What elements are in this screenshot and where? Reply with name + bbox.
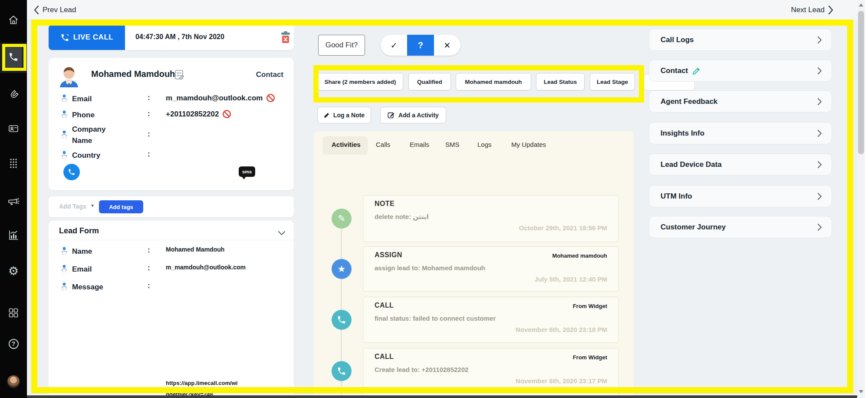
window-bottom-border: [27, 395, 868, 398]
call-phone-icon: [332, 310, 352, 330]
top-bar: Prev Lead Next Lead: [27, 0, 857, 20]
message-url-line1[interactable]: https://app.limecall.com/wi: [166, 380, 237, 386]
tab-logs[interactable]: Logs: [477, 141, 492, 148]
prev-lead-label: Prev Lead: [43, 6, 76, 14]
question-icon: ?: [418, 40, 423, 50]
chevron-right-icon: [817, 67, 822, 76]
timeline-entry-note[interactable]: NOTE delete note: ابتثن October 29th, 20…: [363, 195, 619, 242]
page-scrollbar[interactable]: [857, 0, 865, 398]
live-call-badge: LIVE CALL: [49, 25, 125, 50]
panel-call-logs[interactable]: Call Logs: [649, 29, 832, 51]
timeline-entry-call-1[interactable]: CALL From Widget final status: failed to…: [363, 297, 619, 343]
contacts-card-icon[interactable]: [0, 120, 27, 137]
integrations-apps-icon[interactable]: [0, 304, 27, 322]
person-pin-icon: [61, 246, 68, 255]
activity-timeline-panel: Activities Calls Emails SMS Logs My Upda…: [314, 131, 634, 398]
help-icon[interactable]: ?: [0, 335, 27, 352]
timeline-entry-call-2[interactable]: CALL From Widget Create lead to: +201102…: [363, 348, 619, 398]
lead-status-button[interactable]: Lead Status: [536, 73, 585, 90]
chevron-left-icon: [34, 5, 39, 15]
magnet-icon[interactable]: [0, 86, 27, 104]
contact-avatar: [56, 65, 82, 89]
live-call-card: LIVE CALL 04:47:30 AM , 7th Nov 2020: [49, 25, 294, 50]
contact-summary-card: Mohamed Mamdouh Contact Email : m_mamdou…: [49, 58, 294, 190]
chevron-right-icon: [817, 98, 822, 107]
caret-down-icon[interactable]: ▾: [91, 202, 94, 209]
lead-form-card: Lead Form Name : Mohamed Mamdouh Email :…: [49, 221, 294, 395]
chevron-right-icon: [817, 129, 822, 139]
dialpad-icon[interactable]: [0, 155, 27, 172]
add-tags-dropdown[interactable]: Add Tags: [59, 203, 86, 210]
tab-activities[interactable]: Activities: [332, 141, 361, 148]
chevron-right-icon: [828, 5, 833, 15]
panel-customer-journey[interactable]: Customer Journey: [649, 216, 832, 238]
next-lead-button[interactable]: Next Lead: [791, 0, 834, 20]
contact-name: Mohamed Mamdouh: [91, 69, 175, 79]
share-button[interactable]: Share (2 members added): [317, 73, 403, 90]
scroll-down-arrow[interactable]: [859, 390, 863, 393]
lead-form-clipboard-icon[interactable]: [174, 69, 185, 82]
divider: [49, 240, 294, 240]
assignee-button[interactable]: Mohamed mamdouh: [456, 73, 531, 90]
timeline-entry-assign[interactable]: ASSIGN Mohamed mamdouh assign lead to: M…: [363, 246, 619, 292]
scrollbar-thumb[interactable]: [858, 11, 864, 154]
panel-contact[interactable]: Contact: [649, 60, 832, 82]
edit-pencil-icon[interactable]: [692, 66, 701, 75]
panel-utm-info[interactable]: UTM Info: [649, 185, 832, 207]
person-pin-icon: [61, 110, 68, 118]
profile-avatar[interactable]: [0, 373, 27, 390]
assign-star-icon: ★: [332, 259, 352, 279]
contact-email-value[interactable]: m_mamdouh@outlook.com: [166, 94, 263, 103]
contact-phone-value[interactable]: +201102852202: [166, 110, 219, 119]
chevron-right-icon: [817, 161, 822, 170]
tab-emails[interactable]: Emails: [410, 141, 429, 148]
contact-type-label: Contact: [256, 70, 283, 79]
campaigns-megaphone-icon[interactable]: [0, 192, 27, 210]
fit-yes-button[interactable]: ✓: [381, 35, 407, 56]
note-icon: ✎: [332, 209, 352, 229]
person-pin-icon: [61, 264, 68, 272]
fit-unsure-button[interactable]: ?: [407, 35, 434, 56]
panel-agent-feedback[interactable]: Agent Feedback: [649, 90, 832, 113]
window-edge: [865, 0, 868, 398]
sidebar: ⚙ ?: [0, 0, 27, 398]
lead-stage-button[interactable]: Lead Stage: [590, 73, 635, 90]
tab-my-updates[interactable]: My Updates: [511, 141, 546, 148]
home-icon[interactable]: [0, 11, 27, 29]
good-fit-segmented-control: ✓ ? ✕: [381, 35, 460, 56]
tab-sms[interactable]: SMS: [445, 141, 460, 148]
settings-gear-icon[interactable]: ⚙: [0, 262, 27, 280]
call-contact-button[interactable]: [63, 164, 80, 180]
edit-square-icon: [388, 112, 395, 119]
phone-icon[interactable]: [0, 48, 27, 66]
scroll-up-arrow[interactable]: [859, 3, 863, 7]
log-note-button[interactable]: Log a Note: [317, 107, 371, 123]
check-icon: ✓: [391, 40, 398, 50]
add-activity-button[interactable]: Add a Activity: [380, 107, 446, 123]
good-fit-button[interactable]: Good Fit?: [318, 35, 365, 56]
person-pin-icon: [61, 130, 68, 138]
add-tags-button[interactable]: Add tags: [99, 200, 143, 213]
live-call-phone-icon: [60, 33, 69, 42]
call-timestamp: 04:47:30 AM , 7th Nov 2020: [135, 33, 224, 41]
pencil-icon: [324, 113, 329, 118]
delete-lead-trash-icon[interactable]: [280, 31, 291, 46]
prev-lead-button[interactable]: Prev Lead: [34, 0, 76, 20]
analytics-chart-icon[interactable]: [0, 226, 27, 244]
blocked-icon: [266, 93, 275, 103]
panel-insights-info[interactable]: Insights Info: [649, 122, 832, 144]
chevron-right-icon: [817, 223, 822, 233]
person-pin-icon: [61, 150, 68, 159]
collapse-chevron-icon[interactable]: [278, 229, 286, 237]
chevron-right-icon: [817, 36, 822, 46]
lead-form-email-value: m_mamdouh@outlook.com: [166, 264, 246, 271]
qualified-button[interactable]: Qualified: [408, 73, 451, 90]
tab-calls[interactable]: Calls: [376, 141, 390, 148]
person-pin-icon: [61, 282, 68, 290]
fit-no-button[interactable]: ✕: [434, 35, 460, 56]
sms-button[interactable]: sms: [239, 166, 255, 177]
lead-detail-screen: ⚙ ? Prev Lead Next Lead LIVE CALL 04:47:…: [0, 0, 868, 398]
chevron-right-icon: [817, 192, 822, 202]
call-phone-icon: [332, 361, 352, 381]
panel-lead-device-data[interactable]: Lead Device Data: [649, 153, 832, 176]
